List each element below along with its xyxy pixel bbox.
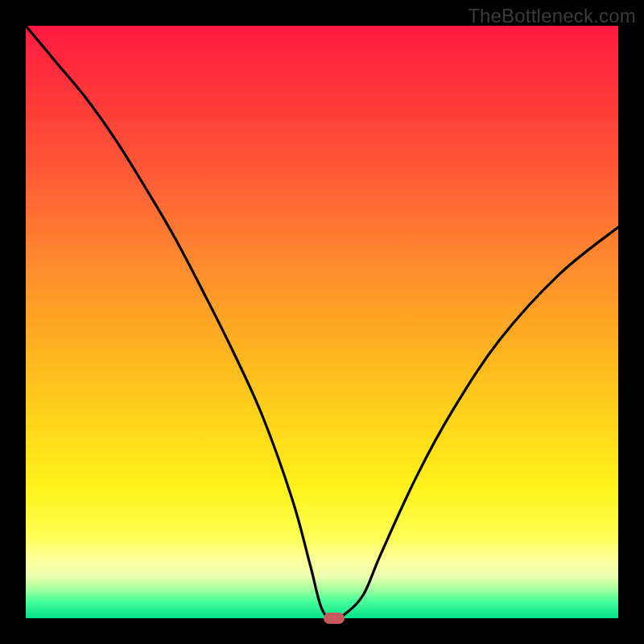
target-marker xyxy=(324,613,345,624)
bottleneck-curve xyxy=(26,26,618,618)
plot-area xyxy=(26,26,618,618)
chart-frame: TheBottleneck.com xyxy=(0,0,644,644)
watermark-text: TheBottleneck.com xyxy=(468,5,636,27)
